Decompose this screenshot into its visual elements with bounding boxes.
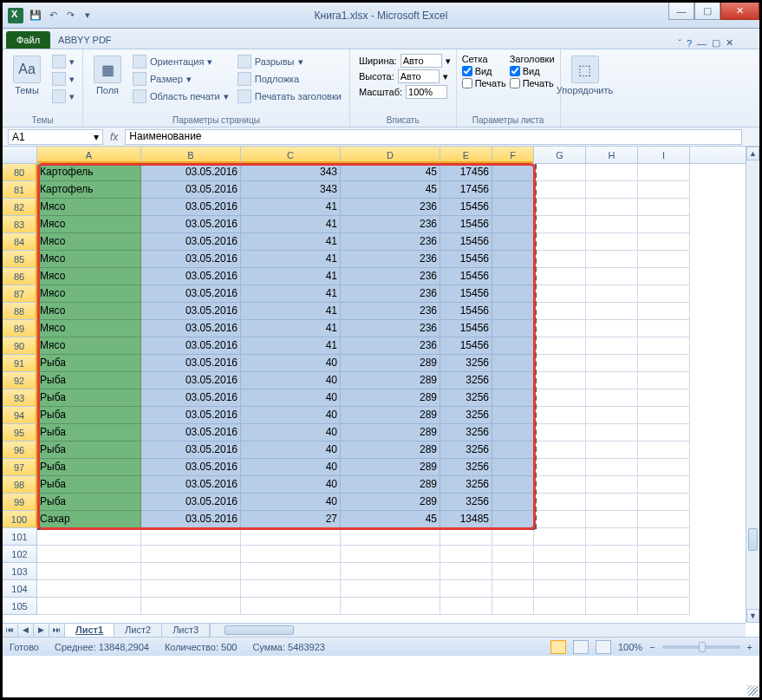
- cell[interactable]: Рыба: [37, 372, 141, 389]
- cell[interactable]: 15456: [440, 337, 492, 355]
- cell[interactable]: 289: [341, 424, 440, 442]
- row-header[interactable]: 104: [3, 580, 37, 598]
- cell[interactable]: Рыба: [37, 476, 141, 494]
- cell[interactable]: [492, 372, 534, 389]
- cell[interactable]: 236: [341, 320, 440, 337]
- cell[interactable]: 236: [341, 216, 440, 233]
- cell[interactable]: [534, 216, 586, 233]
- cell[interactable]: 41: [241, 303, 341, 320]
- cell[interactable]: [638, 511, 690, 528]
- cell[interactable]: 15456: [440, 285, 492, 303]
- cell[interactable]: [586, 563, 638, 580]
- breaks-button[interactable]: Разрывы ▾: [235, 54, 344, 69]
- cell[interactable]: [534, 580, 586, 598]
- row-header[interactable]: 95: [3, 424, 37, 442]
- background-button[interactable]: Подложка: [235, 71, 344, 87]
- cell[interactable]: [638, 320, 690, 337]
- cell[interactable]: [534, 233, 586, 251]
- cell[interactable]: [586, 303, 638, 320]
- cell[interactable]: [586, 337, 638, 355]
- resize-grip[interactable]: [747, 685, 758, 696]
- cell[interactable]: [492, 233, 534, 251]
- cell[interactable]: [534, 528, 586, 546]
- cell[interactable]: [37, 528, 141, 546]
- cell[interactable]: 40: [241, 494, 341, 511]
- sheet-tab-Лист2[interactable]: Лист2: [114, 624, 162, 637]
- cell[interactable]: 03.05.2016: [141, 199, 241, 216]
- cell[interactable]: [341, 546, 440, 563]
- cell[interactable]: [534, 355, 586, 372]
- cell[interactable]: [534, 459, 586, 476]
- cell[interactable]: Рыба: [37, 407, 141, 424]
- cell[interactable]: Рыба: [37, 355, 141, 372]
- cell[interactable]: 40: [241, 389, 341, 407]
- cell[interactable]: [638, 424, 690, 442]
- cell[interactable]: [586, 268, 638, 285]
- cell[interactable]: 3256: [440, 355, 492, 372]
- cell[interactable]: [492, 546, 534, 563]
- cell[interactable]: [492, 580, 534, 598]
- row-header[interactable]: 96: [3, 442, 37, 459]
- cell[interactable]: [141, 546, 241, 563]
- cell[interactable]: [492, 459, 534, 476]
- cell[interactable]: 41: [241, 233, 341, 251]
- cell[interactable]: Рыба: [37, 424, 141, 442]
- cell[interactable]: [534, 320, 586, 337]
- cell[interactable]: Мясо: [37, 337, 141, 355]
- cell[interactable]: [586, 372, 638, 389]
- row-header[interactable]: 89: [3, 320, 37, 337]
- cell[interactable]: [534, 563, 586, 580]
- theme-fonts-button[interactable]: ▾: [49, 71, 77, 87]
- cell[interactable]: [440, 528, 492, 546]
- fx-button[interactable]: fx: [103, 131, 125, 143]
- cell[interactable]: 03.05.2016: [141, 511, 241, 528]
- cell[interactable]: [638, 164, 690, 181]
- cell[interactable]: [586, 511, 638, 528]
- cell[interactable]: [492, 598, 534, 615]
- formula-input[interactable]: Наименование: [125, 129, 742, 145]
- cell[interactable]: 40: [241, 442, 341, 459]
- cell[interactable]: 15456: [440, 303, 492, 320]
- cell[interactable]: 289: [341, 389, 440, 407]
- cell[interactable]: 343: [241, 164, 341, 181]
- cell[interactable]: [492, 337, 534, 355]
- row-header[interactable]: 93: [3, 389, 37, 407]
- cell[interactable]: 03.05.2016: [141, 459, 241, 476]
- themes-button[interactable]: Aa Темы: [8, 52, 46, 114]
- cell[interactable]: [638, 372, 690, 389]
- cell[interactable]: Мясо: [37, 233, 141, 251]
- cell[interactable]: [638, 546, 690, 563]
- column-header-A[interactable]: A: [37, 147, 141, 163]
- sheet-nav-prev[interactable]: ◀: [18, 624, 34, 637]
- sheet-nav-next[interactable]: ▶: [34, 624, 49, 637]
- cell[interactable]: [534, 546, 586, 563]
- cell[interactable]: 236: [341, 268, 440, 285]
- cell[interactable]: 40: [241, 407, 341, 424]
- headings-view-checkbox[interactable]: [510, 66, 520, 76]
- cell[interactable]: [586, 251, 638, 268]
- cell[interactable]: [638, 389, 690, 407]
- zoom-handle[interactable]: [699, 642, 706, 652]
- cell[interactable]: 3256: [440, 476, 492, 494]
- cell[interactable]: [492, 320, 534, 337]
- cell[interactable]: [37, 563, 141, 580]
- cell[interactable]: 236: [341, 199, 440, 216]
- cell[interactable]: [492, 528, 534, 546]
- file-tab[interactable]: Файл: [6, 31, 50, 49]
- cell[interactable]: 40: [241, 476, 341, 494]
- cell[interactable]: 41: [241, 337, 341, 355]
- cell[interactable]: [534, 476, 586, 494]
- cell[interactable]: [586, 181, 638, 199]
- cell[interactable]: 343: [241, 181, 341, 199]
- cell[interactable]: [534, 285, 586, 303]
- width-input[interactable]: [401, 54, 442, 68]
- maximize-button[interactable]: ▢: [694, 3, 720, 20]
- cell[interactable]: Рыба: [37, 459, 141, 476]
- cell[interactable]: 03.05.2016: [141, 372, 241, 389]
- vertical-scrollbar[interactable]: ▲ ▼: [746, 147, 759, 623]
- cell[interactable]: [492, 424, 534, 442]
- cell[interactable]: 40: [241, 372, 341, 389]
- cell[interactable]: [341, 528, 440, 546]
- cell[interactable]: [534, 442, 586, 459]
- cell[interactable]: [534, 268, 586, 285]
